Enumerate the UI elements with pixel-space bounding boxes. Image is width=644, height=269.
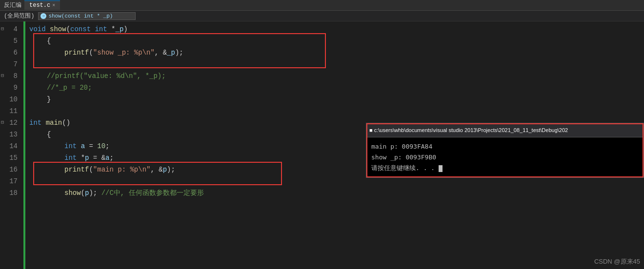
function-icon: ○	[40, 13, 46, 19]
code-line-9: //*_p = 20;	[29, 82, 644, 94]
line-num-11: 11	[0, 105, 20, 117]
top-bar-left: 反汇编 test.c ×	[4, 0, 68, 10]
collapse-4[interactable]: ⊟	[1, 23, 4, 35]
code-line-6: printf("show _p: %p\n", &_p);	[29, 47, 644, 58]
console-body: main p: 0093FA84 show _p: 0093F9B0 请按任意键…	[366, 137, 644, 177]
function-dropdown[interactable]: ○ show(const int * _p)	[38, 12, 136, 20]
console-title-text: ■	[369, 127, 374, 133]
console-cursor	[439, 165, 443, 172]
line-numbers: ⊟ 4 5 6 7 ⊟ 8 9 10 11 ⊟ 12 13 14 15 16 1…	[0, 21, 23, 269]
line-num-5: 5	[0, 35, 20, 47]
line-num-7: 7	[0, 58, 20, 70]
disassembly-label: 反汇编	[4, 1, 21, 9]
code-line-4: void show(const int *_p)	[29, 23, 644, 35]
console-window: ■ c:\users\whb\documents\visual studio 2…	[366, 123, 644, 178]
console-title-bar: ■ c:\users\whb\documents\visual studio 2…	[366, 123, 644, 137]
console-line-2: show _p: 0093F9B0	[371, 152, 639, 163]
top-bar: 反汇编 test.c ×	[0, 0, 644, 11]
console-line-1: main p: 0093FA84	[371, 141, 639, 152]
file-tab[interactable]: test.c ×	[24, 0, 60, 10]
toolbar2: (全局范围) ○ show(const int * _p)	[0, 11, 644, 21]
console-path: c:\users\whb\documents\visual studio 201…	[374, 127, 568, 133]
code-line-18: show(p); //C中, 任何函数参数都一定要形	[29, 187, 644, 199]
line-num-10: 10	[0, 94, 20, 105]
line-num-18: 18	[0, 187, 20, 199]
scope-label: (全局范围)	[4, 12, 34, 20]
line-num-12: ⊟ 12	[0, 117, 20, 129]
line-num-8: ⊟ 8	[0, 70, 20, 82]
collapse-8[interactable]: ⊟	[1, 70, 4, 82]
code-line-8: //printf("value: %d\n", *_p);	[29, 70, 644, 82]
line-num-13: 13	[0, 129, 20, 140]
watermark: CSDN @原来45	[594, 257, 640, 266]
line-num-9: 9	[0, 82, 20, 94]
console-line-3: 请按任意键继续. . .	[371, 163, 639, 173]
code-line-5: {	[29, 35, 644, 47]
tab-filename: test.c	[29, 2, 50, 9]
line-num-6: 6	[0, 47, 20, 58]
code-content[interactable]: void show(const int *_p) { printf("show …	[25, 21, 644, 269]
code-line-10: }	[29, 94, 644, 105]
close-icon[interactable]: ×	[52, 3, 55, 8]
collapse-12[interactable]: ⊟	[1, 117, 4, 129]
code-line-11	[29, 105, 644, 117]
code-line-7	[29, 58, 644, 70]
line-num-16: 16	[0, 164, 20, 175]
line-num-17: 17	[0, 175, 20, 187]
function-name: show(const int * _p)	[48, 13, 113, 19]
line-num-14: 14	[0, 140, 20, 152]
line-num-15: 15	[0, 152, 20, 164]
editor-area: ⊟ 4 5 6 7 ⊟ 8 9 10 11 ⊟ 12 13 14 15 16 1…	[0, 21, 644, 269]
line-num-4: ⊟ 4	[0, 23, 20, 35]
